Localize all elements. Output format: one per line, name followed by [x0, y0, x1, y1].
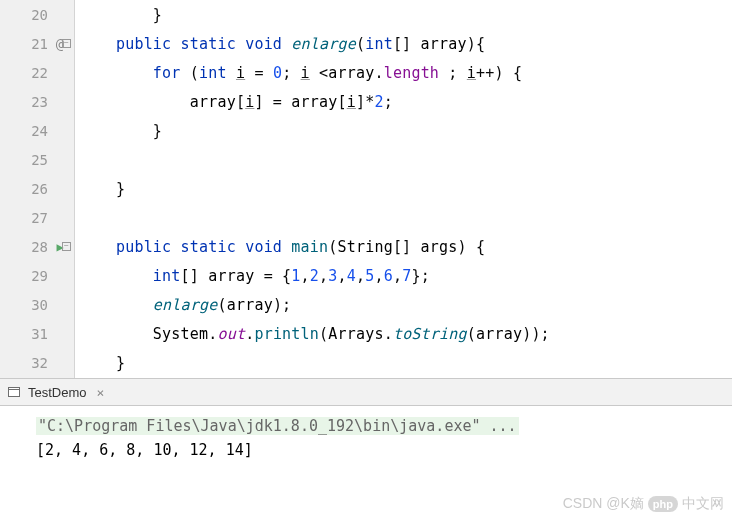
close-icon[interactable]: × — [97, 385, 105, 400]
fold-icon[interactable]: − — [62, 242, 71, 251]
gutter-row[interactable]: 23 — [0, 87, 74, 116]
fold-icon[interactable]: − — [62, 39, 71, 48]
code-line[interactable]: } — [79, 116, 732, 145]
code-line[interactable]: int[] array = {1,2,3,4,5,6,7}; — [79, 261, 732, 290]
code-line[interactable]: } — [79, 0, 732, 29]
gutter-row[interactable]: 20 — [0, 0, 74, 29]
code-line[interactable]: array[i] = array[i]*2; — [79, 87, 732, 116]
code-line[interactable]: enlarge(array); — [79, 290, 732, 319]
code-area[interactable]: } public static void enlarge(int[] array… — [75, 0, 732, 378]
tab-icon — [6, 384, 22, 400]
code-line[interactable]: public static void main(String[] args) { — [79, 232, 732, 261]
tab-label[interactable]: TestDemo — [28, 385, 87, 400]
code-line[interactable] — [79, 203, 732, 232]
gutter-row[interactable]: 22 — [0, 58, 74, 87]
run-tabs: TestDemo × — [0, 378, 732, 406]
gutter-row[interactable]: 31 — [0, 319, 74, 348]
watermark: CSDN @K嫡 php 中文网 — [563, 495, 724, 513]
console-line: "C:\Program Files\Java\jdk1.8.0_192\bin\… — [36, 414, 728, 438]
code-line[interactable]: System.out.println(Arrays.toString(array… — [79, 319, 732, 348]
code-line[interactable] — [79, 145, 732, 174]
gutter-row[interactable]: 30 — [0, 290, 74, 319]
gutter-row[interactable]: 27 — [0, 203, 74, 232]
code-line[interactable]: } — [79, 348, 732, 377]
gutter-row[interactable]: 26 — [0, 174, 74, 203]
gutter-row[interactable]: 29 — [0, 261, 74, 290]
gutter-row[interactable]: 32 — [0, 348, 74, 377]
gutter-row[interactable]: 25 — [0, 145, 74, 174]
code-line[interactable]: } — [79, 174, 732, 203]
console-line: [2, 4, 6, 8, 10, 12, 14] — [36, 438, 728, 462]
gutter-row[interactable]: 24 — [0, 116, 74, 145]
code-line[interactable]: public static void enlarge(int[] array){ — [79, 29, 732, 58]
code-editor[interactable]: 2021@−22232425262728▶−29303132 } public … — [0, 0, 732, 378]
gutter-row[interactable]: 21@− — [0, 29, 74, 58]
gutter: 2021@−22232425262728▶−29303132 — [0, 0, 75, 378]
gutter-row[interactable]: 28▶− — [0, 232, 74, 261]
console-output[interactable]: "C:\Program Files\Java\jdk1.8.0_192\bin\… — [0, 406, 732, 466]
code-line[interactable]: for (int i = 0; i <array.length ; i++) { — [79, 58, 732, 87]
